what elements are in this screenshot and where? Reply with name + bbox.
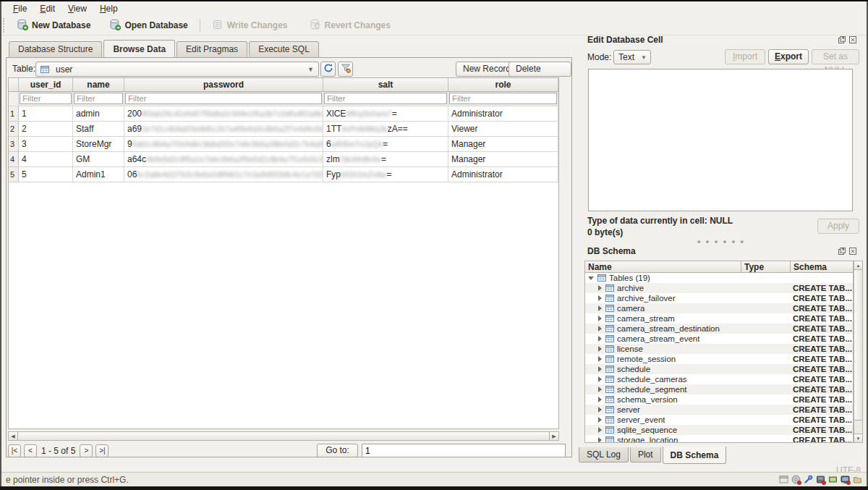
scroll-up-arrow-icon[interactable]: ▲ <box>854 261 862 270</box>
goto-record-input[interactable] <box>362 444 566 457</box>
cell-password[interactable]: a692e7d1c4b9a6f3e8d5c2b7a4f9e6d3c8b5a2f7… <box>124 122 323 137</box>
expand-collapse-icon[interactable] <box>588 276 594 280</box>
network-adapter-icon[interactable] <box>827 474 838 484</box>
tree-item-storage_location[interactable]: storage_locationCREATE TAB... <box>585 435 853 443</box>
display-icon[interactable] <box>840 474 850 484</box>
tab-database-structure[interactable]: Database Structure <box>9 41 102 57</box>
tab-edit-pragmas[interactable]: Edit Pragmas <box>176 41 247 57</box>
tree-item-sqlite_sequence[interactable]: sqlite_sequenceCREATE TAB... <box>585 425 853 435</box>
scroll-left-arrow-icon[interactable]: ◀ <box>9 432 18 440</box>
tree-item-camera_stream[interactable]: camera_streamCREATE TAB... <box>585 313 853 324</box>
expand-icon[interactable] <box>598 295 602 301</box>
mode-combo[interactable]: Text ▼ <box>613 50 651 64</box>
cell-salt[interactable]: 1TT4xPn8dWq3kzA== <box>323 122 448 137</box>
schema-column-schema[interactable]: Schema <box>791 261 854 273</box>
cell-salt[interactable]: zlm7jKd4nBv9s= <box>323 152 448 167</box>
window-icon[interactable] <box>778 474 788 484</box>
cell-role[interactable]: Administrator <box>448 167 558 182</box>
expand-icon[interactable] <box>598 386 602 392</box>
cell-salt[interactable]: XlCE9fKq2bXwm7= <box>323 106 448 122</box>
expand-icon[interactable] <box>598 326 602 331</box>
clear-filters-button[interactable] <box>338 62 353 77</box>
cell-role[interactable]: Manager <box>448 152 558 167</box>
cell-password[interactable]: 065c2a8e4d1f7b3c9e6a2d8f4b1c7e3a9d5f2b8c… <box>124 167 323 182</box>
cell-password[interactable]: 95dd1c8b4a7f2e9d6c3b8a5f2e7d4c9b6a3f8e5d… <box>124 137 323 152</box>
row-number-cell[interactable]: 5 <box>9 167 19 182</box>
column-header-salt[interactable]: salt <box>323 78 448 92</box>
row-number-cell[interactable]: 3 <box>9 137 19 152</box>
expand-icon[interactable] <box>598 366 602 372</box>
expand-icon[interactable] <box>598 437 602 443</box>
tab-execute-sql[interactable]: Execute SQL <box>249 41 319 57</box>
cell-name[interactable]: StoreMgr <box>73 137 124 152</box>
row-number-cell[interactable]: 1 <box>9 106 19 122</box>
next-page-button[interactable]: > <box>80 444 93 457</box>
tree-item-archive_failover[interactable]: archive_failoverCREATE TAB... <box>585 293 853 303</box>
expand-icon[interactable] <box>598 417 602 423</box>
cell-user-id[interactable]: 1 <box>19 106 73 122</box>
cell-password[interactable]: 2008f3ab29c41e6d07f5b8a2c9d4e1f6a3b7c0d5… <box>124 106 323 122</box>
expand-icon[interactable] <box>598 305 602 311</box>
filter-input-role[interactable] <box>449 93 557 104</box>
scroll-right-arrow-icon[interactable]: ▶ <box>549 432 558 440</box>
close-dock-icon[interactable] <box>848 35 856 43</box>
horizontal-scrollbar-thumb[interactable] <box>18 432 549 440</box>
column-header-password[interactable]: password <box>124 78 323 92</box>
cell-password[interactable]: a64c3b9e6d2c8f5a1e7d4c0b6a3f9e5d2c8b4a7f… <box>124 152 323 167</box>
expand-icon[interactable] <box>598 316 602 321</box>
shared-folder-icon[interactable] <box>852 474 862 484</box>
cell-editor-textarea[interactable] <box>588 69 853 211</box>
expand-icon[interactable] <box>598 427 602 433</box>
tree-item-camera_stream_destination[interactable]: camera_stream_destinationCREATE TAB... <box>585 324 853 334</box>
tree-item-server_event[interactable]: server_eventCREATE TAB... <box>585 415 853 425</box>
tree-item-schema_version[interactable]: schema_versionCREATE TAB... <box>585 394 853 405</box>
cell-salt[interactable]: 6wRt5mYx2pQ4= <box>323 137 448 152</box>
tree-item-license[interactable]: licenseCREATE TAB... <box>585 344 853 354</box>
new-database-button[interactable]: New Database <box>11 17 96 34</box>
filter-input-name[interactable] <box>74 93 123 104</box>
refresh-button[interactable] <box>320 62 336 77</box>
dock-splitter-handle[interactable]: ● ● ● ● ● ● <box>576 238 867 245</box>
schema-column-name[interactable]: Name <box>584 261 741 273</box>
expand-icon[interactable] <box>598 397 602 402</box>
tree-item-server[interactable]: serverCREATE TAB... <box>585 405 853 415</box>
delete-record-button[interactable]: Delete Record <box>509 62 571 77</box>
schema-tree-scrollbar[interactable]: ▲ ▼ <box>854 261 863 443</box>
tree-item-schedule_cameras[interactable]: schedule_camerasCREATE TAB... <box>585 374 853 384</box>
schema-scrollbar-thumb[interactable] <box>854 270 862 421</box>
bottom-tab-plot[interactable]: Plot <box>630 447 661 462</box>
menu-item-help[interactable]: Help <box>94 3 124 14</box>
menu-item-file[interactable]: File <box>7 3 33 14</box>
open-database-button[interactable]: Open Database <box>103 17 193 34</box>
filter-input-password[interactable] <box>125 93 322 104</box>
prev-page-button[interactable]: < <box>24 444 37 457</box>
cell-role[interactable]: Manager <box>448 137 558 152</box>
toolbar-drag-handle[interactable] <box>3 18 8 33</box>
tab-browse-data[interactable]: Browse Data <box>103 40 175 57</box>
cell-name[interactable]: admin <box>73 106 124 122</box>
row-number-cell[interactable]: 2 <box>9 122 19 137</box>
column-header-user-id[interactable]: user_id <box>19 78 73 92</box>
cell-name[interactable]: Admin1 <box>73 167 124 182</box>
horizontal-scrollbar[interactable]: ◀ ▶ <box>8 431 559 441</box>
column-header-role[interactable]: role <box>448 78 558 92</box>
filter-input-user-id[interactable] <box>20 93 72 104</box>
row-number-cell[interactable]: 4 <box>9 152 19 167</box>
scroll-down-arrow-icon[interactable]: ▼ <box>854 434 862 442</box>
tree-item-schedule[interactable]: scheduleCREATE TAB... <box>585 364 853 374</box>
expand-icon[interactable] <box>598 356 602 362</box>
menu-item-view[interactable]: View <box>62 3 93 14</box>
tree-item-schedule_segment[interactable]: schedule_segmentCREATE TAB... <box>585 384 853 394</box>
tree-root-tables[interactable]: Tables (19) <box>585 273 853 283</box>
filter-input-salt[interactable] <box>324 93 447 104</box>
column-header-name[interactable]: name <box>73 78 124 92</box>
expand-icon[interactable] <box>598 407 602 413</box>
last-page-button[interactable]: >| <box>95 444 109 457</box>
tree-item-camera_stream_event[interactable]: camera_stream_eventCREATE TAB... <box>585 334 853 344</box>
network-wrench-icon[interactable] <box>803 474 813 484</box>
hard-disk-icon[interactable] <box>815 474 825 484</box>
expand-icon[interactable] <box>598 346 602 352</box>
table-selector-combo[interactable]: user ▼ <box>35 62 319 77</box>
float-dock-icon[interactable] <box>838 247 846 255</box>
float-dock-icon[interactable] <box>838 35 846 43</box>
